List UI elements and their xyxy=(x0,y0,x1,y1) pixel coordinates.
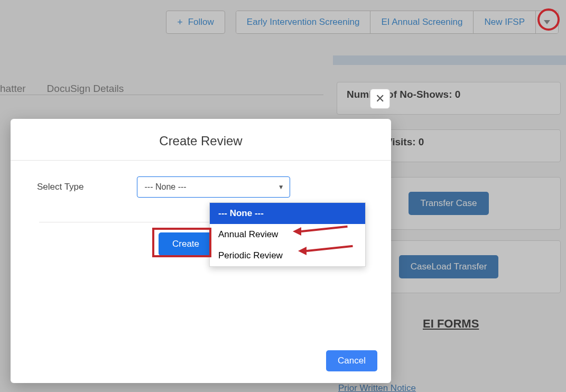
option-annual-review[interactable]: Annual Review xyxy=(210,224,365,245)
select-type-label: Select Type xyxy=(37,182,84,192)
ei-forms-heading: EI FORMS xyxy=(423,317,479,331)
follow-button[interactable]: + Follow xyxy=(166,11,225,34)
form-link-3[interactable]: Prior Written Notice xyxy=(338,381,416,392)
early-intervention-button[interactable]: Early Intervention Screening xyxy=(236,11,371,33)
option-periodic-review[interactable]: Periodic Review xyxy=(210,245,365,266)
select-type-options: --- None --- Annual Review Periodic Revi… xyxy=(209,202,366,267)
caret-down-icon xyxy=(544,20,550,24)
ei-annual-button[interactable]: EI Annual Screening xyxy=(370,11,474,33)
caseload-transfer-button[interactable]: CaseLoad Transfer xyxy=(399,255,499,278)
modal-title: Create Review xyxy=(11,119,391,161)
action-overflow-dropdown[interactable] xyxy=(536,11,558,33)
action-button-group: Early Intervention Screening EI Annual S… xyxy=(236,11,559,34)
new-ifsp-button[interactable]: New IFSP xyxy=(474,11,536,33)
decorative-strip xyxy=(333,55,566,65)
plus-icon: + xyxy=(177,17,183,28)
follow-label: Follow xyxy=(188,17,214,27)
transfer-case-button[interactable]: Transfer Case xyxy=(409,192,488,215)
select-type-dropdown[interactable]: --- None --- ▼ xyxy=(137,176,290,198)
tab-docusign[interactable]: DocuSign Details xyxy=(47,83,124,95)
detail-tabs: hatter DocuSign Details xyxy=(0,74,323,95)
tab-chatter[interactable]: hatter xyxy=(0,83,26,95)
no-shows-text: Number of No-Shows: 0 xyxy=(347,89,460,100)
create-button[interactable]: Create xyxy=(159,232,213,256)
option-none[interactable]: --- None --- xyxy=(210,203,365,224)
select-type-value: --- None --- xyxy=(145,182,187,192)
cancel-button[interactable]: Cancel xyxy=(326,350,377,371)
create-review-modal: Create Review Select Type --- None --- ▼… xyxy=(11,119,391,383)
modal-close-button[interactable]: ✕ xyxy=(370,89,390,109)
caret-down-icon: ▼ xyxy=(278,183,284,191)
